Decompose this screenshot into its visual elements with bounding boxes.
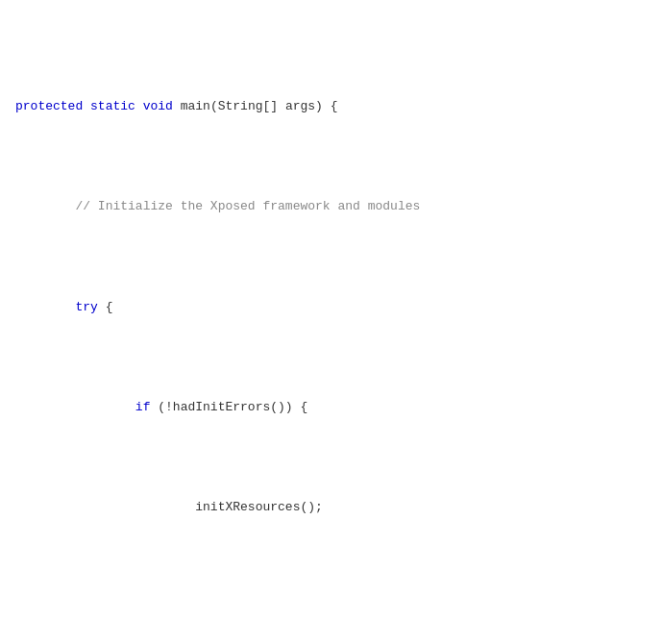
code-line: if (!hadInitErrors()) { [15,398,648,418]
code-text [15,298,75,318]
code-line [15,598,648,618]
keyword: static [90,97,135,117]
code-text: { [98,298,113,318]
keyword: if [135,398,151,418]
code-text [135,97,143,117]
code-text: initXResources(); [15,498,323,518]
code-line: initXResources(); [15,498,648,518]
code-text [15,197,75,217]
code-text [15,398,135,418]
keyword: try [75,298,97,318]
code-text [83,97,90,117]
comment-text: // Initialize the Xposed framework and m… [75,197,420,217]
code-viewer: protected static void main(String[] args… [0,10,663,644]
code-line: try { [15,298,648,318]
code-text: (!hadInitErrors()) { [150,398,307,418]
code-line: // Initialize the Xposed framework and m… [15,197,648,217]
code-line: protected static void main(String[] args… [15,97,648,117]
code-text: main(String[] args) { [173,97,338,117]
keyword: protected [15,97,83,117]
keyword: void [143,97,173,117]
